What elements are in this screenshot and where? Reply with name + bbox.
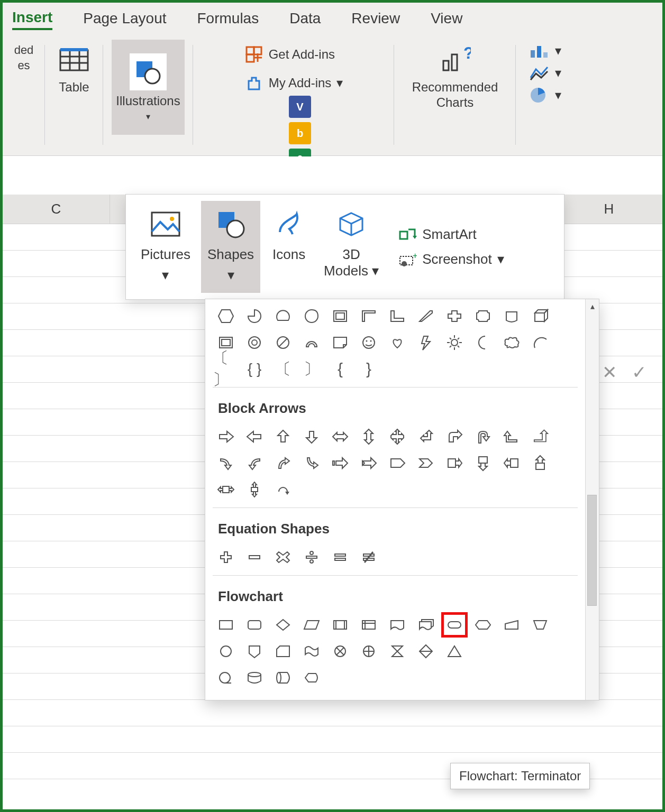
arrow-pentagon[interactable] xyxy=(384,450,411,476)
shape-smiley[interactable] xyxy=(356,330,382,355)
bing-icon[interactable]: b xyxy=(289,122,311,144)
arrow-chevron[interactable] xyxy=(413,450,439,476)
visio-icon[interactable]: V xyxy=(289,96,311,118)
enter-icon[interactable]: ✓ xyxy=(632,362,646,383)
arrow-curved-up[interactable] xyxy=(270,450,296,476)
shape-lightning[interactable] xyxy=(413,330,439,355)
my-addins-button[interactable]: My Add-ins ▾ xyxy=(244,73,343,93)
shape-right-brace[interactable]: } xyxy=(356,356,382,382)
fc-manual-op[interactable] xyxy=(527,612,553,638)
cancel-icon[interactable]: ✕ xyxy=(602,362,617,383)
fc-internal-storage[interactable] xyxy=(356,612,382,638)
shape-folded-corner[interactable] xyxy=(327,330,353,355)
shape-donut[interactable] xyxy=(241,330,268,355)
shape-block-arc[interactable] xyxy=(298,330,325,355)
fc-tape[interactable] xyxy=(298,639,325,664)
fc-data[interactable] xyxy=(298,612,325,638)
arrow-left[interactable] xyxy=(241,424,268,449)
fc-preparation[interactable] xyxy=(470,612,496,638)
shape-teardrop[interactable] xyxy=(298,303,325,329)
fc-seq-storage[interactable] xyxy=(213,665,239,690)
shape-left-brace[interactable]: { xyxy=(327,356,353,382)
shape-left-bracket[interactable]: 〔 xyxy=(270,356,296,382)
fc-terminator[interactable] xyxy=(441,612,468,638)
eq-multiply[interactable] xyxy=(270,545,296,570)
fc-connector[interactable] xyxy=(213,639,239,664)
arrow-right[interactable] xyxy=(213,424,239,449)
shape-cube[interactable] xyxy=(527,303,553,329)
3d-models-button[interactable]: 3DModels ▾ xyxy=(317,201,385,293)
shape-plaque[interactable] xyxy=(470,303,496,329)
fc-sort[interactable] xyxy=(413,639,439,664)
col-header-c[interactable]: C xyxy=(3,195,110,224)
chart-type-pie-button[interactable]: ▾ xyxy=(529,86,561,104)
tab-insert[interactable]: Insert xyxy=(12,7,52,30)
shape-chord[interactable] xyxy=(270,303,296,329)
fc-junction[interactable] xyxy=(327,639,353,664)
arrow-callout-down[interactable] xyxy=(470,450,496,476)
shape-dodecagon[interactable] xyxy=(213,303,239,329)
fc-magnetic-disk[interactable] xyxy=(241,665,268,690)
shape-moon[interactable] xyxy=(470,330,496,355)
screenshot-button[interactable]: +Screenshot ▾ xyxy=(399,251,504,267)
arrow-curved-left[interactable] xyxy=(241,450,268,476)
arrow-bent[interactable] xyxy=(441,424,468,449)
arrow-uturn[interactable] xyxy=(470,424,496,449)
arrow-bent-up[interactable] xyxy=(527,424,553,449)
icons-button[interactable]: Icons xyxy=(265,201,313,293)
fc-document[interactable] xyxy=(384,612,411,638)
arrow-up-down[interactable] xyxy=(356,424,382,449)
get-addins-button[interactable]: Get Add-ins xyxy=(244,45,335,64)
arrow-callout-up[interactable] xyxy=(527,450,553,476)
shape-frame[interactable] xyxy=(327,303,353,329)
eq-not-equal[interactable] xyxy=(356,545,382,570)
shape-sun[interactable] xyxy=(441,330,468,355)
tab-review[interactable]: Review xyxy=(351,8,400,29)
fc-card[interactable] xyxy=(270,639,296,664)
table-button[interactable]: Table xyxy=(53,40,95,98)
fc-or[interactable] xyxy=(356,639,382,664)
shape-heart[interactable] xyxy=(384,330,411,355)
gallery-scrollbar[interactable]: ▴ xyxy=(585,299,599,700)
shape-l[interactable] xyxy=(384,303,411,329)
pictures-button[interactable]: Pictures▾ xyxy=(134,201,197,293)
arrow-left-right-up[interactable] xyxy=(498,424,525,449)
eq-divide[interactable] xyxy=(298,545,325,570)
shape-brace-pair[interactable]: { } xyxy=(241,356,268,382)
arrow-callout-left[interactable] xyxy=(498,450,525,476)
col-header-h[interactable]: H xyxy=(555,195,662,224)
arrow-quad[interactable] xyxy=(384,424,411,449)
eq-plus[interactable] xyxy=(213,545,239,570)
fc-multidoc[interactable] xyxy=(413,612,439,638)
arrow-callout-right[interactable] xyxy=(441,450,468,476)
chart-type-column-button[interactable]: ▾ xyxy=(529,42,561,60)
scroll-thumb[interactable] xyxy=(587,495,597,606)
tab-page-layout[interactable]: Page Layout xyxy=(83,8,166,29)
arrow-curved-down[interactable] xyxy=(298,450,325,476)
fc-display[interactable] xyxy=(298,665,325,690)
shape-can-top[interactable] xyxy=(498,303,525,329)
arrow-circular[interactable] xyxy=(270,477,296,502)
tab-formulas[interactable]: Formulas xyxy=(197,8,259,29)
arrow-callout-left-right[interactable] xyxy=(213,477,239,502)
arrow-callout-quad[interactable] xyxy=(241,477,268,502)
fc-decision[interactable] xyxy=(270,612,296,638)
fc-manual-input[interactable] xyxy=(498,612,525,638)
shape-cloud[interactable] xyxy=(498,330,525,355)
shape-arc[interactable] xyxy=(527,330,553,355)
shape-diag-stripe[interactable] xyxy=(413,303,439,329)
shape-bracket-pair[interactable]: 〔 〕 xyxy=(213,356,239,382)
fc-process[interactable] xyxy=(213,612,239,638)
arrow-curved-right[interactable] xyxy=(213,450,239,476)
chart-type-line-button[interactable]: ▾ xyxy=(529,64,561,82)
fc-extract[interactable] xyxy=(441,639,468,664)
fc-offpage[interactable] xyxy=(241,639,268,664)
fc-predefined[interactable] xyxy=(327,612,353,638)
smartart-button[interactable]: SmartArt xyxy=(399,226,504,243)
shape-pie[interactable] xyxy=(241,303,268,329)
scroll-up-icon[interactable]: ▴ xyxy=(586,299,599,313)
fc-direct-access[interactable] xyxy=(270,665,296,690)
arrow-up[interactable] xyxy=(270,424,296,449)
tab-view[interactable]: View xyxy=(431,8,462,29)
eq-minus[interactable] xyxy=(241,545,268,570)
